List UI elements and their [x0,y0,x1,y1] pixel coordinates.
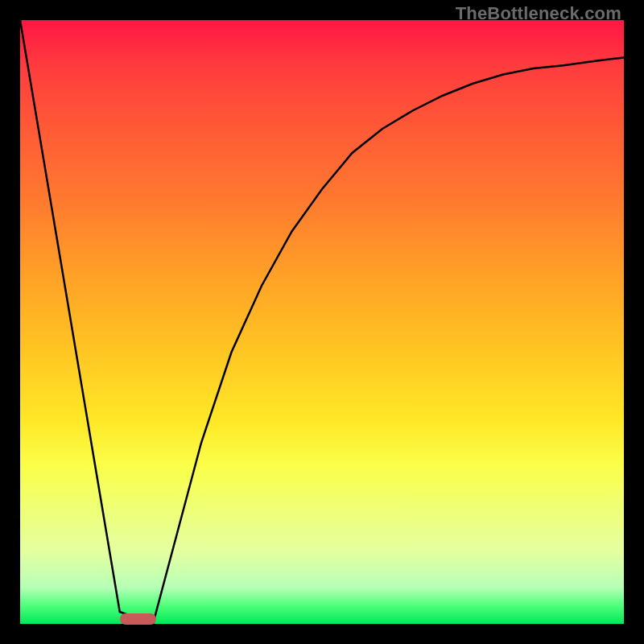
chart-canvas [20,20,624,624]
series-line-right [153,58,624,625]
optimum-marker [120,613,156,625]
chart-lines [20,20,624,624]
series-line-left [20,20,153,624]
